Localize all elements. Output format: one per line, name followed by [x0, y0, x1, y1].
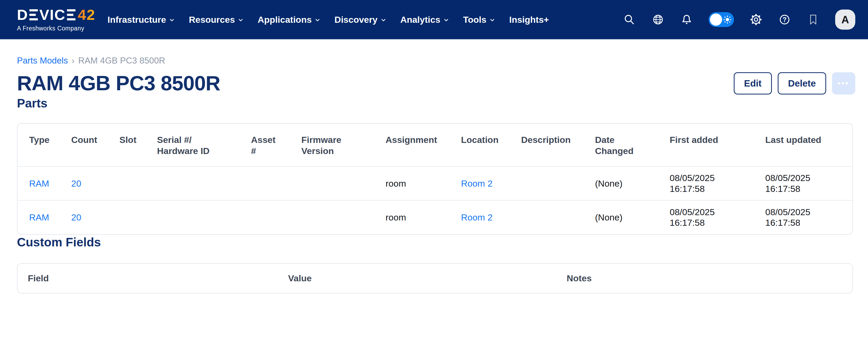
cell-firmware [301, 200, 385, 234]
nav-item-label: Applications [258, 14, 312, 25]
notifications-bell-icon[interactable] [680, 13, 693, 26]
cell-first-added: 08/05/2025 16:17:58 [670, 200, 765, 234]
part-type-link[interactable]: RAM [29, 179, 49, 188]
more-actions-button[interactable]: ••• [832, 72, 855, 94]
nav-right-controls: ? A [623, 9, 855, 30]
page-title: RAM 4GB PC3 8500R [17, 71, 220, 96]
breadcrumb-current: RAM 4GB PC3 8500R [79, 56, 165, 66]
column-header-assignment: Assignment [385, 124, 461, 166]
help-icon[interactable]: ? [778, 13, 791, 26]
chevron-down-icon [443, 17, 450, 23]
edit-button[interactable]: Edit [734, 72, 772, 94]
column-header-description: Description [521, 124, 595, 166]
nav-item-insights[interactable]: Insights+ [509, 14, 549, 25]
cell-last-updated: 08/05/2025 16:17:58 [765, 200, 852, 234]
column-header-firmware: Firmware Version [301, 124, 385, 166]
title-row: RAM 4GB PC3 8500R Edit Delete ••• [17, 71, 855, 96]
cell-serial [157, 200, 251, 234]
top-nav: D VIC 42 A Freshworks Company Infrastruc… [0, 0, 868, 40]
nav-item-discovery[interactable]: Discovery [335, 14, 386, 25]
custom-fields-table: Field Value Notes [18, 264, 852, 293]
settings-gear-icon[interactable] [749, 13, 763, 26]
cell-asset [251, 200, 301, 234]
breadcrumb: Parts Models › RAM 4GB PC3 8500R [17, 56, 855, 66]
nav-item-infrastructure[interactable]: Infrastructure [107, 14, 175, 25]
column-header-first-added: First added [670, 124, 765, 166]
logo-42: 42 [78, 7, 95, 22]
column-header-serial: Serial #/ Hardware ID [157, 124, 251, 166]
theme-toggle[interactable] [709, 12, 734, 27]
delete-button[interactable]: Delete [778, 72, 826, 94]
nav-item-label: Insights+ [509, 14, 549, 25]
parts-section-heading: Parts [17, 96, 855, 110]
column-header-last-updated: Last updated [765, 124, 852, 166]
sun-icon [723, 15, 732, 24]
logo-wordmark: D VIC 42 [17, 7, 95, 22]
bookmark-icon[interactable] [807, 13, 820, 26]
cell-last-updated: 08/05/2025 16:17:58 [765, 166, 852, 200]
globe-icon[interactable] [651, 13, 664, 26]
cell-slot [119, 200, 157, 234]
page-content: Parts Models › RAM 4GB PC3 8500R RAM 4GB… [0, 56, 868, 293]
user-avatar[interactable]: A [835, 9, 855, 30]
chevron-down-icon [489, 17, 495, 23]
column-header-slot: Slot [119, 124, 157, 166]
column-header-notes: Notes [567, 264, 852, 293]
cell-description [521, 200, 595, 234]
logo-letters: VIC [39, 7, 65, 22]
chevron-down-icon [238, 17, 244, 23]
column-header-value: Value [288, 264, 567, 293]
column-header-date-changed: Date Changed [595, 124, 670, 166]
logo-letter: D [17, 7, 28, 22]
cell-asset [251, 166, 301, 200]
breadcrumb-separator: › [72, 56, 75, 66]
nav-item-analytics[interactable]: Analytics [400, 14, 450, 25]
chevron-down-icon [169, 17, 175, 23]
cell-first-added: 08/05/2025 16:17:58 [670, 166, 765, 200]
page-actions: Edit Delete ••• [734, 72, 855, 94]
nav-item-label: Analytics [400, 14, 440, 25]
custom-fields-table-card: Field Value Notes [17, 263, 853, 293]
table-row: RAM 20 room Room 2 (None) 08/05/2025 16:… [18, 200, 852, 234]
cell-date-changed: (None) [595, 200, 670, 234]
table-row: RAM 20 room Room 2 (None) 08/05/2025 16:… [18, 166, 852, 200]
cell-description [521, 166, 595, 200]
nav-item-resources[interactable]: Resources [189, 14, 244, 25]
logo-tagline: A Freshworks Company [17, 25, 95, 32]
part-location-link[interactable]: Room 2 [461, 179, 493, 188]
part-type-link[interactable]: RAM [29, 212, 49, 222]
part-count-link[interactable]: 20 [71, 212, 81, 222]
nav-item-label: Tools [463, 14, 487, 25]
app-logo[interactable]: D VIC 42 A Freshworks Company [17, 7, 95, 32]
nav-item-label: Infrastructure [107, 14, 166, 25]
parts-table: Type Count Slot Serial #/ Hardware ID As… [18, 124, 852, 234]
logo-e-icon [29, 9, 38, 20]
nav-item-applications[interactable]: Applications [258, 14, 321, 25]
cell-date-changed: (None) [595, 166, 670, 200]
parts-header-row: Type Count Slot Serial #/ Hardware ID As… [18, 124, 852, 166]
cell-firmware [301, 166, 385, 200]
breadcrumb-parts-models-link[interactable]: Parts Models [17, 56, 68, 66]
parts-table-card: Type Count Slot Serial #/ Hardware ID As… [17, 123, 853, 235]
nav-item-label: Resources [189, 14, 235, 25]
part-location-link[interactable]: Room 2 [461, 212, 493, 222]
part-count-link[interactable]: 20 [71, 179, 81, 188]
custom-fields-header-row: Field Value Notes [18, 264, 852, 293]
column-header-asset: Asset # [251, 124, 301, 166]
column-header-count: Count [71, 124, 119, 166]
search-icon[interactable] [623, 13, 636, 26]
custom-fields-section-heading: Custom Fields [17, 235, 855, 250]
cell-serial [157, 166, 251, 200]
cell-assignment: room [385, 200, 461, 234]
chevron-down-icon [314, 17, 321, 23]
nav-item-tools[interactable]: Tools [463, 14, 495, 25]
avatar-letter: A [841, 14, 849, 26]
svg-text:?: ? [782, 16, 786, 23]
toggle-knob [710, 13, 722, 26]
cell-slot [119, 166, 157, 200]
column-header-field: Field [18, 264, 288, 293]
main-menu: Infrastructure Resources Applications Di… [107, 14, 549, 25]
nav-item-label: Discovery [335, 14, 378, 25]
cell-assignment: room [385, 166, 461, 200]
column-header-location: Location [461, 124, 521, 166]
